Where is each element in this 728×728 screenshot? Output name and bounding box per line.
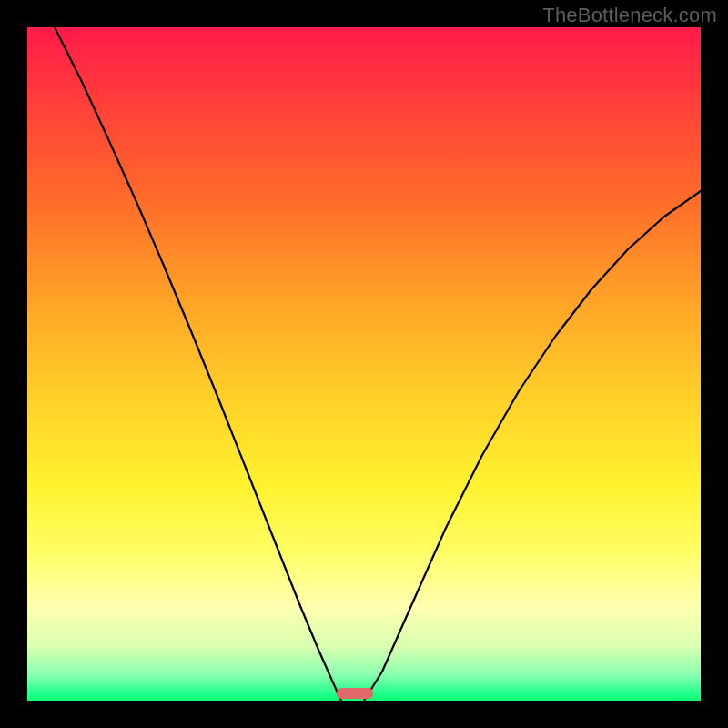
chart-frame: TheBottleneck.com (0, 0, 728, 728)
curve-left (55, 27, 341, 701)
base-marker (337, 688, 373, 699)
chart-svg (27, 27, 701, 701)
plot-area (27, 27, 701, 701)
watermark-text: TheBottleneck.com (542, 4, 717, 27)
curve-right (364, 191, 701, 701)
